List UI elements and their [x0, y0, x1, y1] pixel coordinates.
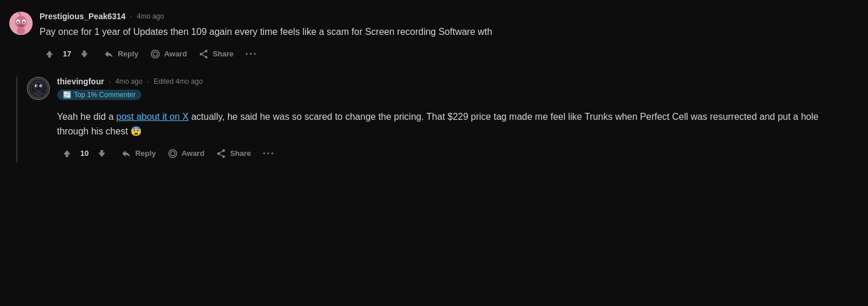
award-button-2[interactable]: Award	[163, 145, 209, 162]
more-button-2[interactable]: ···	[258, 145, 280, 162]
reply-button-2[interactable]: Reply	[116, 145, 160, 162]
comment-2-text-before: Yeah he did a	[57, 112, 116, 122]
award-label-2: Award	[182, 149, 205, 158]
award-icon-2	[168, 148, 178, 159]
reply-button-1[interactable]: Reply	[99, 45, 143, 63]
vote-section-2: 10	[57, 145, 112, 162]
upvote-icon-2	[62, 148, 72, 159]
comment-thread: Prestigious_Peak6314 · 4mo ago Pay once …	[9, 12, 847, 162]
comment-1: Prestigious_Peak6314 · 4mo ago Pay once …	[9, 12, 847, 63]
svg-point-7	[18, 12, 20, 14]
username-thieving: thievingfour	[57, 77, 104, 86]
award-label-1: Award	[164, 49, 187, 58]
comment-2: thievingfour · 4mo ago · Edited 4mo ago …	[16, 77, 847, 162]
vote-section-1: 17	[40, 45, 94, 63]
svg-point-18	[40, 85, 41, 86]
vote-count-1: 17	[62, 49, 72, 58]
svg-point-4	[17, 22, 19, 23]
downvote-icon-2	[97, 148, 107, 159]
downvote-button-1[interactable]	[74, 45, 94, 63]
flair-container: 🔄 Top 1% Commenter	[57, 90, 847, 105]
avatar-thieving	[27, 77, 50, 100]
more-icon-1: ···	[246, 48, 258, 60]
svg-point-17	[35, 85, 37, 86]
share-button-2[interactable]: Share	[211, 145, 255, 162]
dot-sep-2: ·	[109, 77, 111, 86]
dot-sep-2b: ·	[147, 77, 149, 86]
share-label-1: Share	[212, 49, 233, 58]
upvote-button-2[interactable]	[57, 145, 77, 162]
comment-1-header: Prestigious_Peak6314 · 4mo ago	[40, 12, 847, 21]
comment-1-actions: 17 Reply	[40, 45, 847, 63]
username-prestigious: Prestigious_Peak6314	[40, 12, 126, 21]
share-button-1[interactable]: Share	[194, 45, 238, 63]
svg-point-19	[35, 90, 42, 97]
svg-point-5	[23, 22, 25, 23]
reply-icon-1	[104, 49, 114, 59]
share-icon-2	[216, 148, 226, 159]
flair-badge-2: 🔄 Top 1% Commenter	[57, 90, 141, 100]
comment-2-header: thievingfour · 4mo ago · Edited 4mo ago	[57, 77, 847, 86]
flair-emoji: 🔄	[63, 91, 72, 99]
award-button-1[interactable]: Award	[145, 45, 192, 63]
comment-2-body: thievingfour · 4mo ago · Edited 4mo ago …	[57, 77, 847, 162]
downvote-icon-1	[79, 49, 90, 59]
post-link[interactable]: post about it on X	[116, 112, 189, 122]
award-icon-1	[150, 49, 161, 59]
comment-1-body: Prestigious_Peak6314 · 4mo ago Pay once …	[40, 12, 847, 63]
svg-point-9	[17, 27, 25, 34]
reply-label-2: Reply	[135, 149, 155, 158]
share-icon-1	[198, 49, 209, 59]
comment-2-text: Yeah he did a post about it on X actuall…	[57, 109, 847, 139]
svg-rect-8	[18, 24, 24, 27]
comment-2-actions: 10 Reply	[57, 145, 847, 162]
comment-1-text-content: Pay once for 1 year of Updates then 109 …	[40, 27, 492, 37]
more-button-1[interactable]: ···	[241, 45, 262, 63]
dot-sep-1: ·	[130, 12, 132, 20]
avatar	[9, 12, 33, 35]
upvote-button-1[interactable]	[40, 45, 59, 63]
share-label-2: Share	[230, 149, 251, 158]
more-icon-2: ···	[263, 148, 275, 159]
downvote-button-2[interactable]	[92, 145, 112, 162]
reply-icon-2	[121, 148, 131, 159]
upvote-icon-1	[44, 49, 55, 59]
reply-label-1: Reply	[118, 49, 138, 58]
flair-text: Top 1% Commenter	[74, 91, 136, 99]
timestamp-1: 4mo ago	[137, 12, 164, 20]
comment-1-text: Pay once for 1 year of Updates then 109 …	[40, 24, 847, 40]
edited-label-2: Edited 4mo ago	[154, 77, 202, 86]
vote-count-2: 10	[79, 149, 90, 158]
timestamp-2: 4mo ago	[115, 77, 143, 86]
